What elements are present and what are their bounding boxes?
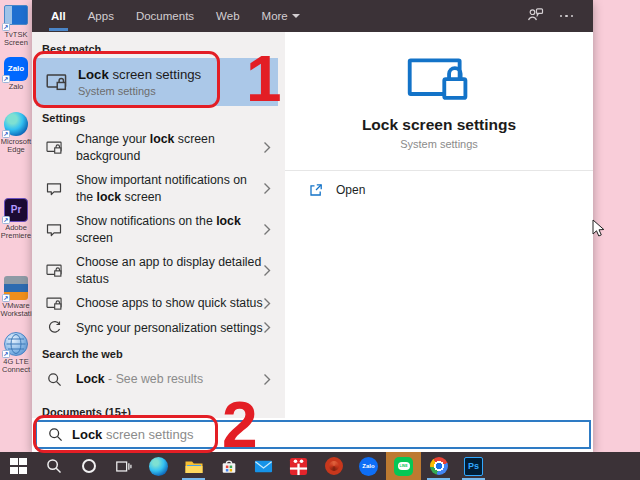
desktop-icon-edge[interactable]: ↗ Microsoft Edge xyxy=(0,112,33,154)
desktop-icon-4g[interactable]: ↗ 4G LTE Connect xyxy=(0,332,33,374)
desktop: ↗ TvTSK Screen Zalo↗ Zalo ↗ Microsoft Ed… xyxy=(0,0,640,480)
chevron-right-icon xyxy=(263,182,271,195)
annotation-number-1: 1 xyxy=(246,47,280,111)
mouse-cursor-icon xyxy=(592,219,605,242)
settings-item-quick-status[interactable]: Choose apps to show quick status xyxy=(32,291,285,316)
desktop-icon-zalo[interactable]: Zalo↗ Zalo xyxy=(0,57,33,91)
tab-all[interactable]: All xyxy=(40,0,77,32)
start-button[interactable] xyxy=(1,452,36,480)
zalo-icon: Zalo xyxy=(359,457,378,476)
file-explorer-taskbar-icon[interactable] xyxy=(176,452,211,480)
tab-more[interactable]: More xyxy=(251,0,311,32)
desktop-icon-label: Microsoft Edge xyxy=(0,138,33,154)
desktop-icon-label: VMware Workstation xyxy=(0,302,33,318)
more-options-icon[interactable] xyxy=(560,15,574,18)
annotation-box-1 xyxy=(33,51,220,108)
lock-screen-icon xyxy=(32,263,76,278)
open-label: Open xyxy=(336,183,365,197)
edge-icon xyxy=(149,457,168,476)
tab-apps[interactable]: Apps xyxy=(77,0,125,32)
desktop-icon-label: TvTSK Screen xyxy=(0,31,33,47)
desktop-icon-vmware[interactable]: ↗ VMware Workstation xyxy=(0,276,33,318)
task-view-button[interactable] xyxy=(106,452,141,480)
search-filter-bar: All Apps Documents Web More xyxy=(32,0,593,32)
shortcut-arrow-icon: ↗ xyxy=(2,75,10,83)
chevron-right-icon xyxy=(263,373,271,386)
feedback-icon[interactable] xyxy=(527,7,544,26)
preview-subtitle: System settings xyxy=(285,138,593,150)
open-action[interactable]: Open xyxy=(285,171,593,197)
gift-app-taskbar-icon[interactable] xyxy=(281,452,316,480)
app1-icon xyxy=(4,5,28,25)
photoshop-icon: Ps xyxy=(464,457,483,476)
line-taskbar-icon[interactable]: LINE xyxy=(386,452,421,480)
shortcut-arrow-icon: ↗ xyxy=(2,130,10,138)
shortcut-arrow-icon: ↗ xyxy=(2,23,10,31)
taskbar-search-button[interactable] xyxy=(36,452,71,480)
shortcut-arrow-icon: ↗ xyxy=(2,216,10,224)
file-explorer-icon xyxy=(184,458,204,475)
gift-icon xyxy=(289,457,308,476)
mail-icon xyxy=(254,459,273,474)
open-icon xyxy=(309,183,323,197)
office-taskbar-icon[interactable] xyxy=(316,452,351,480)
desktop-icon-premiere[interactable]: Pr↗ Adobe Premiere xyxy=(0,198,33,240)
preview-panel: Lock screen settings System settings Ope… xyxy=(285,32,593,418)
tab-web[interactable]: Web xyxy=(205,0,250,32)
search-icon xyxy=(46,458,62,474)
chevron-right-icon xyxy=(263,297,271,310)
annotation-box-2 xyxy=(33,415,218,453)
preview-title: Lock screen settings xyxy=(285,116,593,134)
lock-screen-icon xyxy=(32,296,76,311)
desktop-icon-label: Zalo xyxy=(0,83,33,91)
notification-icon xyxy=(32,222,76,237)
chevron-right-icon xyxy=(263,264,271,277)
shortcut-arrow-icon: ↗ xyxy=(2,350,10,358)
annotation-number-2: 2 xyxy=(222,393,256,457)
desktop-icon-app1[interactable]: ↗ TvTSK Screen xyxy=(0,3,33,47)
photoshop-taskbar-icon[interactable]: Ps xyxy=(456,452,491,480)
desktop-icon-label: 4G LTE Connect xyxy=(0,358,33,374)
chevron-right-icon xyxy=(263,223,271,236)
edge-taskbar-icon[interactable] xyxy=(141,452,176,480)
chevron-right-icon xyxy=(263,321,271,334)
cortana-icon xyxy=(82,459,96,473)
task-view-icon xyxy=(115,459,132,474)
office-icon xyxy=(325,457,343,475)
chrome-icon xyxy=(430,457,448,475)
notification-icon xyxy=(32,181,76,196)
settings-item-show-notifications[interactable]: Show notifications on the lock screen xyxy=(32,209,285,250)
line-icon: LINE xyxy=(394,457,413,476)
shortcut-arrow-icon: ↗ xyxy=(2,294,10,302)
chevron-down-icon xyxy=(292,14,300,18)
chevron-right-icon xyxy=(263,141,271,154)
desktop-icon-label: Adobe Premiere xyxy=(0,224,33,240)
cortana-button[interactable] xyxy=(71,452,106,480)
section-header-web: Search the web xyxy=(42,348,285,360)
lock-screen-large-icon xyxy=(407,58,471,106)
taskbar: Zalo LINE Ps xyxy=(0,452,640,480)
tab-documents[interactable]: Documents xyxy=(125,0,205,32)
settings-item-important-notifications[interactable]: Show important notifications on the lock… xyxy=(32,168,285,209)
settings-item-change-background[interactable]: Change your lock screen background xyxy=(32,127,285,168)
chrome-taskbar-icon[interactable] xyxy=(421,452,456,480)
zalo-taskbar-icon[interactable]: Zalo xyxy=(351,452,386,480)
settings-item-detailed-status[interactable]: Choose an app to display detailed status xyxy=(32,250,285,291)
search-icon xyxy=(32,372,76,387)
sync-icon xyxy=(32,320,76,335)
lock-screen-icon xyxy=(32,140,76,155)
windows-logo-icon xyxy=(10,458,27,475)
settings-item-sync-personalization[interactable]: Sync your personalization settings xyxy=(32,316,285,341)
